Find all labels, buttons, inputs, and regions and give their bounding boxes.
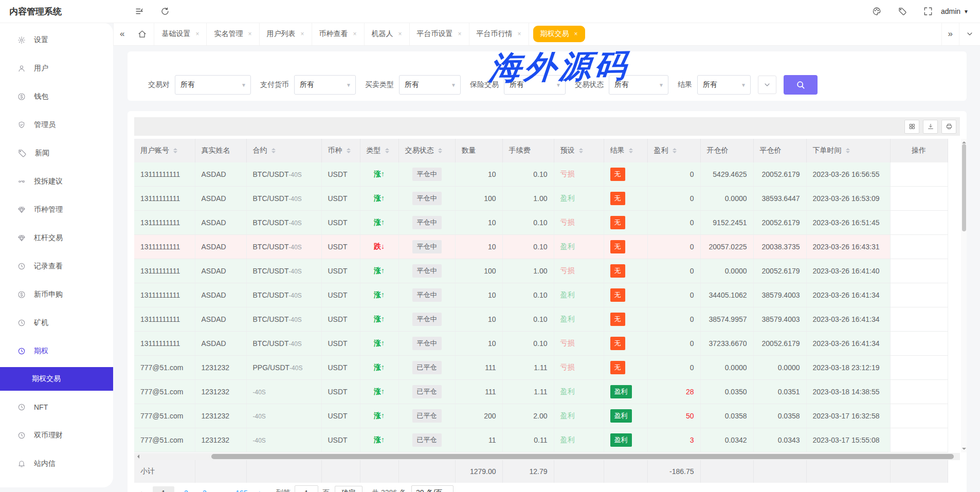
- tab-close-icon[interactable]: ×: [518, 30, 521, 38]
- sidebar-item-label: 新闻: [35, 149, 49, 158]
- export-icon[interactable]: [923, 120, 938, 134]
- sidebar-item-双币理财[interactable]: 双币理财: [0, 421, 113, 449]
- filter-select-支付货币[interactable]: 所有▼: [294, 75, 356, 95]
- horizontal-scrollbar[interactable]: [134, 453, 960, 460]
- gem-icon: [17, 234, 26, 242]
- cell-name: ASDAD: [195, 211, 246, 235]
- sort-icon[interactable]: [673, 146, 677, 155]
- shield-icon: [17, 121, 26, 129]
- tab-item[interactable]: 用户列表×: [260, 23, 312, 45]
- sidebar-item-记录查看[interactable]: 记录查看: [0, 252, 113, 280]
- cell-type: 涨↑: [360, 259, 398, 283]
- hscroll-thumb[interactable]: [211, 454, 954, 459]
- tab-active[interactable]: 期权交易×: [533, 26, 585, 42]
- column-header-preset[interactable]: 预设: [554, 139, 604, 162]
- sidebar-item-管理员[interactable]: 管理员: [0, 111, 113, 139]
- page-2[interactable]: 2: [179, 486, 193, 492]
- tab-item[interactable]: 实名管理×: [207, 23, 259, 45]
- tab-close-icon[interactable]: ×: [248, 30, 251, 38]
- filter-select-保险交易[interactable]: 所有▼: [504, 75, 566, 95]
- goto-page-input[interactable]: [295, 485, 318, 492]
- chevrons-left-icon[interactable]: «: [113, 23, 131, 45]
- grid-icon[interactable]: [904, 120, 919, 134]
- tab-close-icon[interactable]: ×: [301, 30, 304, 38]
- tab-close-icon[interactable]: ×: [195, 30, 199, 38]
- tab-close-icon[interactable]: ×: [398, 30, 402, 38]
- column-header-profit[interactable]: 盈利: [647, 139, 700, 162]
- filter-label: 交易状态: [575, 80, 604, 89]
- cell-close_price: 38593.6447: [753, 187, 806, 211]
- chevron-down-icon[interactable]: [758, 76, 776, 94]
- sidebar-item-用户[interactable]: 用户: [0, 54, 113, 82]
- cell-fee: 1.00: [502, 259, 554, 283]
- search-button[interactable]: [784, 75, 818, 95]
- sidebar-item-站内信[interactable]: 站内信: [0, 449, 113, 478]
- per-page-select[interactable]: 20 条/页▾: [411, 485, 453, 492]
- page-prev[interactable]: ‹: [134, 486, 148, 492]
- sort-icon[interactable]: [846, 146, 850, 155]
- tab-close-icon[interactable]: ×: [353, 30, 357, 38]
- sort-icon[interactable]: [629, 146, 633, 155]
- confirm-button[interactable]: 确定: [335, 486, 362, 492]
- sort-icon[interactable]: [271, 146, 276, 155]
- chevron-down-icon[interactable]: [959, 23, 980, 45]
- scroll-up-icon[interactable]: [962, 139, 966, 143]
- page-3[interactable]: 3: [198, 486, 211, 492]
- refresh-icon[interactable]: [160, 7, 170, 16]
- sidebar-item-NFT[interactable]: NFT: [0, 393, 113, 421]
- menu-fold-icon[interactable]: [135, 7, 144, 16]
- palette-icon[interactable]: [872, 7, 881, 16]
- page-next[interactable]: ›: [253, 486, 267, 492]
- type-up: 涨↑: [374, 315, 385, 323]
- column-header-coin[interactable]: 币种: [321, 139, 360, 162]
- sidebar-item-币种管理[interactable]: 币种管理: [0, 195, 113, 224]
- user-menu[interactable]: admin ▼: [941, 7, 969, 15]
- sort-icon[interactable]: [579, 146, 583, 155]
- sidebar-subitem-期权交易[interactable]: 期权交易: [0, 367, 113, 391]
- chevrons-right-icon[interactable]: »: [941, 23, 959, 45]
- sort-icon[interactable]: [438, 146, 442, 155]
- sidebar-item-新闻[interactable]: 新闻: [0, 139, 113, 167]
- home-tab[interactable]: [131, 23, 154, 45]
- scroll-left-icon[interactable]: [135, 454, 139, 459]
- filter-select-结果[interactable]: 所有▼: [697, 75, 751, 95]
- column-header-time[interactable]: 下单时间: [806, 139, 890, 162]
- sort-icon[interactable]: [173, 146, 177, 155]
- cell-account: 13111111111: [134, 259, 195, 283]
- sidebar-item-期权[interactable]: 期权: [0, 337, 113, 365]
- sidebar-item-钱包[interactable]: 钱包: [0, 82, 113, 111]
- contract-base: BTC/USDT: [253, 267, 289, 275]
- fullscreen-icon[interactable]: [923, 7, 933, 16]
- tab-item[interactable]: 币种查看×: [312, 23, 365, 45]
- scroll-down-icon[interactable]: [962, 448, 966, 452]
- tab-item[interactable]: 平台币行情×: [469, 23, 529, 45]
- column-header-result[interactable]: 结果: [604, 139, 647, 162]
- print-icon[interactable]: [941, 120, 956, 134]
- sort-icon[interactable]: [385, 146, 389, 155]
- sidebar-item-杠杆交易[interactable]: 杠杆交易: [0, 224, 113, 252]
- filter-select-交易状态[interactable]: 所有▼: [609, 75, 668, 95]
- sidebar-item-投拆建议[interactable]: 投拆建议: [0, 167, 113, 195]
- vertical-scrollbar[interactable]: [961, 139, 967, 452]
- cell-name: 1231232: [195, 380, 246, 404]
- table-wrap: 用户账号真实姓名合约币种类型交易状态数量手续费预设结果盈利开仓价平仓价下单时间操…: [134, 139, 960, 452]
- vscroll-thumb[interactable]: [962, 144, 966, 231]
- sidebar-item-矿机[interactable]: 矿机: [0, 308, 113, 337]
- page-165[interactable]: 165: [235, 486, 248, 492]
- filter-select-买卖类型[interactable]: 所有▼: [399, 75, 461, 95]
- column-header-status[interactable]: 交易状态: [398, 139, 455, 162]
- column-header-account[interactable]: 用户账号: [134, 139, 195, 162]
- tab-item[interactable]: 机器人×: [365, 23, 410, 45]
- tab-close-icon[interactable]: ×: [458, 30, 462, 38]
- tag-icon[interactable]: [898, 7, 907, 16]
- sidebar-item-新币申购[interactable]: 新币申购: [0, 280, 113, 308]
- tab-item[interactable]: 平台币设置×: [410, 23, 469, 45]
- tab-item[interactable]: 基础设置×: [154, 23, 207, 45]
- column-header-contract[interactable]: 合约: [246, 139, 321, 162]
- sidebar-item-设置[interactable]: 设置: [0, 26, 113, 54]
- column-header-type[interactable]: 类型: [360, 139, 398, 162]
- page-1[interactable]: 1: [153, 486, 174, 492]
- filter-select-交易对[interactable]: 所有▼: [175, 75, 251, 95]
- sort-icon[interactable]: [347, 146, 351, 155]
- tab-close-icon[interactable]: ×: [574, 30, 578, 38]
